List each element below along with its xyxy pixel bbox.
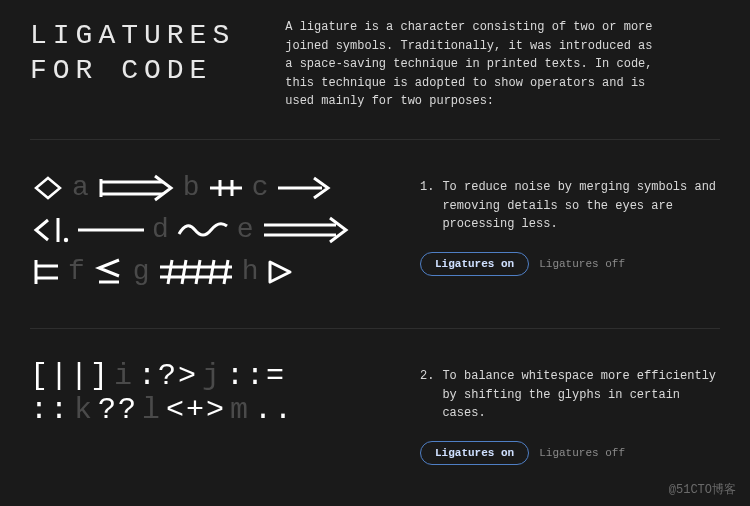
long-line-icon [76, 212, 146, 248]
page-title: LIGATURES FOR CODE [30, 18, 235, 111]
section1-description: 1. To reduce noise by merging symbols an… [420, 178, 720, 234]
glyph-colon-question-gt: :?> [138, 359, 198, 393]
svg-marker-0 [36, 178, 60, 198]
glyph-bracket-bars: [||] [30, 359, 110, 393]
cross-plus-icon [206, 170, 246, 206]
ghost-letter: g [133, 256, 150, 287]
turnstile-icon [30, 254, 62, 290]
ligature-toggle-2: Ligatures on Ligatures off [420, 441, 625, 465]
ghost-letter: k [74, 393, 94, 427]
glyph-double-question: ?? [98, 393, 138, 427]
triple-hash-icon [156, 254, 236, 290]
ghost-letter: i [114, 359, 134, 393]
boxed-double-arrow-icon [95, 170, 177, 206]
ghost-letter: f [68, 256, 85, 287]
ghost-letter: l [142, 393, 162, 427]
section-balance-whitespace: [||] i :?> j ::= :: k ?? l <+> m .. 2. T… [0, 337, 750, 489]
triangle-play-icon [264, 254, 296, 290]
ghost-letter: j [202, 359, 222, 393]
not-arrow-left-icon [30, 212, 70, 248]
glyph-double-colon-eq: ::= [226, 359, 286, 393]
tilde-wave-icon [175, 212, 231, 248]
ligature-sample-1: a b c [30, 170, 360, 296]
ligatures-off-button[interactable]: Ligatures off [539, 447, 625, 459]
svg-line-23 [224, 260, 228, 284]
ghost-letter: b [183, 172, 200, 203]
diamond-icon [30, 170, 66, 206]
glyph-double-colon: :: [30, 393, 70, 427]
ghost-letter: e [237, 214, 254, 245]
svg-line-21 [196, 260, 200, 284]
ghost-letter: m [230, 393, 250, 427]
ligature-toggle-1: Ligatures on Ligatures off [420, 252, 625, 276]
arrow-right-icon [274, 170, 334, 206]
ligatures-on-button[interactable]: Ligatures on [420, 441, 529, 465]
divider [30, 139, 720, 140]
section2-description: 2. To balance whitespace more efficientl… [420, 367, 720, 423]
ghost-letter: c [252, 172, 269, 203]
section-reduce-noise: a b c [0, 148, 750, 320]
less-equal-icon [91, 254, 127, 290]
long-double-arrow-icon [260, 212, 350, 248]
svg-marker-24 [270, 262, 290, 282]
divider [30, 328, 720, 329]
ligature-sample-2: [||] i :?> j ::= :: k ?? l <+> m .. [30, 359, 360, 427]
svg-line-19 [168, 260, 172, 284]
ligatures-off-button[interactable]: Ligatures off [539, 258, 625, 270]
glyph-dotdot: .. [254, 393, 294, 427]
ligatures-on-button[interactable]: Ligatures on [420, 252, 529, 276]
svg-point-9 [64, 238, 68, 242]
ghost-letter: a [72, 172, 89, 203]
ghost-letter: d [152, 214, 169, 245]
intro-paragraph: A ligature is a character consisting of … [285, 18, 655, 111]
svg-line-20 [182, 260, 186, 284]
svg-line-22 [210, 260, 214, 284]
glyph-angle-plus: <+> [166, 393, 226, 427]
ghost-letter: h [242, 256, 259, 287]
watermark: @51CTO博客 [669, 481, 736, 498]
